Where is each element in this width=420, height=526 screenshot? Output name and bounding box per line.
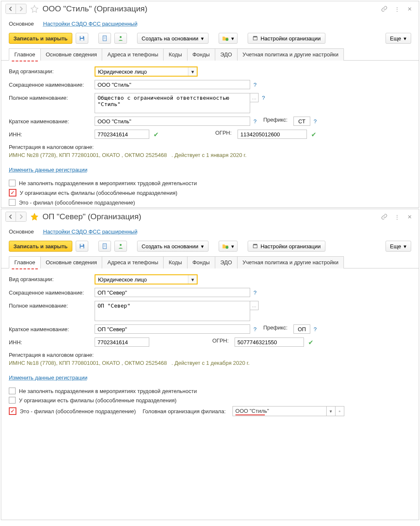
expand-button[interactable]: … [250, 93, 259, 102]
help-icon[interactable]: ? [313, 117, 317, 126]
chk-is-branch[interactable] [9, 199, 16, 206]
org-settings-button[interactable]: Настройки организации [248, 241, 325, 252]
tab-accounting[interactable]: Учетная политика и другие настройки [237, 256, 344, 268]
chevron-down-icon[interactable]: ▾ [326, 406, 335, 416]
change-reg-link[interactable]: Изменить данные регистрации [9, 167, 87, 173]
doc-button[interactable] [98, 33, 111, 44]
tab-funds[interactable]: Фонды [187, 48, 215, 61]
parent-org-input[interactable]: ООО "Стиль" ▾ ▫ [232, 406, 344, 416]
inn-input[interactable] [95, 130, 149, 139]
svg-rect-1 [80, 39, 83, 40]
save-close-button[interactable]: Записать и закрыть [9, 241, 72, 252]
svg-point-16 [120, 244, 122, 246]
label-parent-org: Головная организация филиала: [139, 408, 229, 414]
subtab-main[interactable]: Основное [9, 20, 34, 28]
org-type-select[interactable]: ▾ [95, 66, 198, 77]
subtab-main[interactable]: Основное [9, 228, 34, 236]
tab-edo[interactable]: ЭДО [215, 48, 238, 61]
create-based-button[interactable]: Создать на основании▾ [137, 33, 209, 44]
subtab-sedo[interactable]: Настройки СЭДО ФСС расширенный [43, 20, 137, 28]
chk-is-branch[interactable] [9, 407, 16, 415]
folder-button[interactable]: ▾ [219, 33, 238, 44]
chk-no-subdivisions[interactable] [9, 180, 16, 186]
valid-check-icon: ✔ [306, 337, 315, 348]
org-settings-button[interactable]: Настройки организации [248, 33, 325, 44]
chevron-down-icon[interactable]: ▾ [188, 275, 197, 284]
prefix-input[interactable] [293, 324, 310, 334]
label-full-name: Полное наименование: [9, 93, 92, 101]
tab-codes[interactable]: Коды [163, 256, 187, 268]
favorite-star-icon[interactable] [30, 4, 39, 13]
chk-label: Не заполнять подразделения в мероприятия… [19, 180, 197, 186]
subtab-sedo[interactable]: Настройки СЭДО ФСС расширенный [43, 228, 137, 236]
create-based-button[interactable]: Создать на основании▾ [137, 241, 209, 252]
save-button[interactable] [76, 33, 88, 44]
tab-accounting[interactable]: Учетная политика и другие настройки [237, 48, 344, 61]
org-type-input[interactable] [95, 275, 188, 284]
save-button[interactable] [76, 241, 88, 252]
chevron-down-icon[interactable]: ▾ [188, 67, 197, 76]
forward-button[interactable] [16, 212, 26, 221]
close-icon[interactable]: ✕ [406, 213, 413, 220]
help-icon[interactable]: ? [261, 93, 266, 103]
help-icon[interactable]: ? [253, 288, 257, 298]
short-name-input[interactable] [95, 80, 250, 89]
svg-rect-8 [253, 37, 257, 40]
svg-point-6 [120, 36, 122, 38]
person-button[interactable] [114, 241, 127, 252]
person-button[interactable] [114, 33, 127, 44]
chk-no-subdivisions[interactable] [9, 388, 16, 394]
folder-button[interactable]: ▾ [219, 241, 238, 252]
help-icon[interactable]: ? [253, 324, 257, 334]
tab-general[interactable]: Основные сведения [40, 48, 103, 61]
tab-codes[interactable]: Коды [163, 48, 187, 61]
chk-has-branches[interactable] [9, 189, 16, 197]
chk-label: Это - филиал (обособленное подразделение… [20, 408, 136, 414]
short-name-input[interactable] [95, 288, 250, 297]
tab-general[interactable]: Основные сведения [40, 256, 103, 268]
tab-edo[interactable]: ЭДО [215, 256, 238, 268]
chk-has-branches[interactable] [9, 397, 16, 404]
change-reg-link[interactable]: Изменить данные регистрации [9, 375, 87, 381]
expand-button[interactable]: … [250, 301, 259, 310]
chevron-down-icon: ▾ [201, 243, 204, 250]
tab-addresses[interactable]: Адреса и телефоны [102, 256, 164, 268]
link-icon[interactable] [381, 213, 388, 220]
full-name-input[interactable] [95, 301, 250, 321]
save-close-button[interactable]: Записать и закрыть [9, 33, 72, 44]
ogrn-input[interactable] [235, 337, 304, 347]
more-menu-icon[interactable]: ⋮ [394, 213, 400, 220]
nav-buttons [5, 4, 26, 14]
tab-main[interactable]: Главное [9, 48, 41, 61]
back-button[interactable] [6, 212, 16, 221]
open-ref-icon[interactable]: ▫ [335, 406, 344, 416]
org-type-input[interactable] [95, 67, 188, 76]
favorite-star-icon[interactable] [30, 212, 39, 221]
help-icon[interactable]: ? [253, 117, 257, 126]
close-icon[interactable]: ✕ [406, 5, 413, 12]
back-button[interactable] [6, 4, 16, 13]
chk-label: У организации есть филиалы (обособленные… [19, 397, 177, 404]
label-ogrn: ОГРН: [212, 130, 235, 136]
tab-main[interactable]: Главное [9, 256, 41, 268]
more-menu-icon[interactable]: ⋮ [394, 5, 400, 12]
inn-input[interactable] [95, 337, 149, 347]
org-type-select[interactable]: ▾ [95, 274, 198, 284]
full-name-input[interactable] [95, 93, 250, 113]
window-org-sever: ОП "Север" (Организация) ⋮ ✕ Основное На… [1, 209, 419, 520]
ogrn-input[interactable] [238, 130, 307, 139]
tab-funds[interactable]: Фонды [187, 256, 215, 268]
brief-name-input[interactable] [95, 324, 250, 334]
brief-name-input[interactable] [95, 117, 250, 126]
help-icon[interactable]: ? [313, 324, 317, 334]
link-icon[interactable] [381, 5, 388, 12]
help-icon[interactable]: ? [253, 80, 257, 90]
window-title: ОП "Север" (Организация) [42, 212, 378, 221]
more-button[interactable]: Еще ▾ [386, 33, 411, 44]
prefix-input[interactable] [293, 117, 310, 126]
doc-button[interactable] [98, 241, 111, 252]
tab-addresses[interactable]: Адреса и телефоны [102, 48, 164, 61]
forward-button[interactable] [16, 4, 26, 13]
more-button[interactable]: Еще ▾ [386, 241, 411, 252]
label-full-name: Полное наименование: [9, 301, 92, 309]
